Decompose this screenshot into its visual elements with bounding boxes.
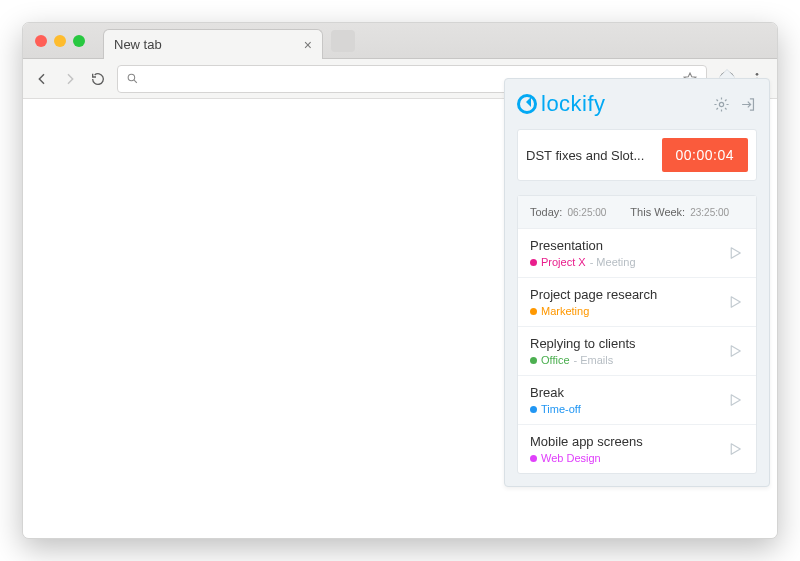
- stat-week-value: 23:25:00: [690, 207, 729, 218]
- start-entry-button[interactable]: [726, 244, 744, 262]
- brand-text: lockify: [541, 91, 606, 117]
- current-entry-card: DST fixes and Slot... 00:00:04: [517, 129, 757, 181]
- popup-header: lockify: [517, 91, 757, 117]
- close-window-button[interactable]: [35, 35, 47, 47]
- entry-project: Web Design: [541, 452, 601, 464]
- logout-button[interactable]: [740, 96, 757, 113]
- time-entry[interactable]: Replying to clientsOffice - Emails: [518, 327, 756, 376]
- entries-card: Today: 06:25:00 This Week: 23:25:00 Pres…: [517, 195, 757, 474]
- project-color-dot: [530, 357, 537, 364]
- entry-tag: - Emails: [574, 354, 614, 366]
- extension-popup: lockify DST fixes and Slot... 00:00:04 T…: [504, 78, 770, 487]
- entry-project: Office: [541, 354, 570, 366]
- entry-tag: - Meeting: [590, 256, 636, 268]
- project-color-dot: [530, 406, 537, 413]
- time-entry[interactable]: Project page researchMarketing: [518, 278, 756, 327]
- close-tab-button[interactable]: ×: [304, 37, 312, 53]
- entry-meta: Office - Emails: [530, 354, 636, 366]
- entry-meta: Project X - Meeting: [530, 256, 636, 268]
- entry-title: Project page research: [530, 287, 657, 302]
- stat-today: Today: 06:25:00: [530, 206, 606, 218]
- project-color-dot: [530, 259, 537, 266]
- entry-title: Presentation: [530, 238, 636, 253]
- svg-line-1: [134, 80, 137, 83]
- project-color-dot: [530, 308, 537, 315]
- window-controls: [35, 35, 85, 47]
- entry-title: Mobile app screens: [530, 434, 643, 449]
- start-entry-button[interactable]: [726, 342, 744, 360]
- timer-button[interactable]: 00:00:04: [662, 138, 749, 172]
- entry-project: Time-off: [541, 403, 581, 415]
- current-entry-title[interactable]: DST fixes and Slot...: [526, 148, 644, 163]
- play-icon: [726, 342, 744, 360]
- new-tab-button[interactable]: [331, 30, 355, 52]
- entry-title: Break: [530, 385, 581, 400]
- project-color-dot: [530, 455, 537, 462]
- svg-point-3: [756, 73, 759, 76]
- play-icon: [726, 244, 744, 262]
- clockify-logo: lockify: [517, 91, 606, 117]
- time-entry[interactable]: BreakTime-off: [518, 376, 756, 425]
- entry-title: Replying to clients: [530, 336, 636, 351]
- gear-icon: [713, 96, 730, 113]
- start-entry-button[interactable]: [726, 293, 744, 311]
- stat-week-label: This Week:: [630, 206, 685, 218]
- tab-title: New tab: [114, 37, 162, 52]
- svg-point-0: [128, 74, 135, 81]
- logout-icon: [740, 96, 757, 113]
- tab-strip: New tab ×: [23, 23, 777, 59]
- time-entry[interactable]: PresentationProject X - Meeting: [518, 229, 756, 278]
- entry-meta: Marketing: [530, 305, 657, 317]
- settings-button[interactable]: [713, 96, 730, 113]
- back-button[interactable]: [33, 70, 51, 88]
- stats-bar: Today: 06:25:00 This Week: 23:25:00: [518, 196, 756, 229]
- svg-point-6: [719, 102, 723, 106]
- play-icon: [726, 440, 744, 458]
- maximize-window-button[interactable]: [73, 35, 85, 47]
- play-icon: [726, 391, 744, 409]
- stat-today-value: 06:25:00: [567, 207, 606, 218]
- stat-week: This Week: 23:25:00: [630, 206, 729, 218]
- search-icon: [126, 72, 139, 85]
- start-entry-button[interactable]: [726, 440, 744, 458]
- forward-button[interactable]: [61, 70, 79, 88]
- entry-meta: Time-off: [530, 403, 581, 415]
- clockify-mark-icon: [517, 94, 537, 114]
- browser-tab[interactable]: New tab ×: [103, 29, 323, 59]
- reload-button[interactable]: [89, 70, 107, 88]
- entry-meta: Web Design: [530, 452, 643, 464]
- popup-arrow: [719, 70, 735, 78]
- minimize-window-button[interactable]: [54, 35, 66, 47]
- start-entry-button[interactable]: [726, 391, 744, 409]
- play-icon: [726, 293, 744, 311]
- entry-project: Marketing: [541, 305, 589, 317]
- stat-today-label: Today:: [530, 206, 562, 218]
- entry-project: Project X: [541, 256, 586, 268]
- time-entry[interactable]: Mobile app screensWeb Design: [518, 425, 756, 473]
